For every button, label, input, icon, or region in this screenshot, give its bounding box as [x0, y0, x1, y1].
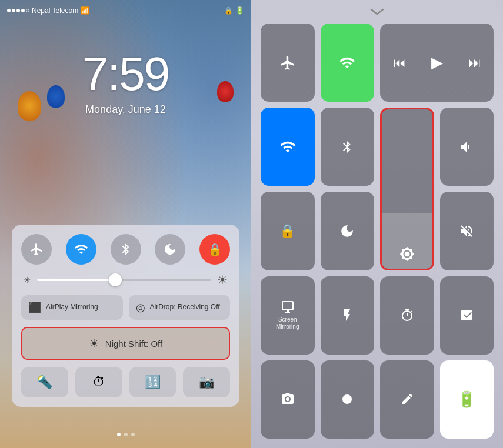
calculator-tile-icon: [459, 308, 474, 322]
carrier-label: Nepal Telecom: [32, 6, 78, 15]
airdrop-icon: ◎: [136, 301, 145, 314]
volume-icon: [459, 139, 474, 155]
calculator-icon: 🔢: [145, 375, 161, 390]
airplane-mode-tile[interactable]: [261, 24, 315, 102]
airplane-icon: [29, 242, 44, 256]
bluetooth-tile-icon: [340, 140, 354, 154]
volume-tile-2[interactable]: [440, 192, 494, 270]
brightness-tile[interactable]: [380, 108, 434, 270]
timer-tile[interactable]: [380, 276, 434, 355]
flashlight-button[interactable]: 🔦: [21, 367, 68, 397]
dot-5: [26, 9, 29, 12]
slider-thumb[interactable]: [109, 273, 122, 286]
do-not-disturb-tile[interactable]: [321, 192, 375, 270]
wifi-button[interactable]: [66, 234, 96, 265]
control-center-grid: ⏮ ▶ ⏭ 🔒: [261, 24, 494, 439]
calculator-tile[interactable]: [440, 276, 494, 355]
record-tile[interactable]: [321, 360, 375, 439]
screen-mirroring-icon: [281, 300, 295, 314]
bluetooth-button[interactable]: [111, 234, 141, 265]
camera-tile-icon: [281, 392, 295, 406]
wifi-tile-icon: [339, 55, 355, 71]
timer-tile-icon: [400, 308, 414, 322]
media-prev-icon[interactable]: ⏮: [393, 55, 406, 71]
battery-tile[interactable]: 🔋: [440, 360, 494, 439]
page-dot-1: [117, 433, 121, 436]
do-not-disturb-button[interactable]: [155, 234, 185, 265]
brightness-tile-icon: [399, 246, 415, 262]
airplane-mode-button[interactable]: [21, 234, 52, 265]
brightness-low-icon: ☀: [24, 275, 31, 285]
volume-mute-icon: [459, 223, 474, 239]
bottom-icons-row: 🔦 ⏱ 🔢 📷: [21, 367, 230, 397]
night-shift-icon: ☀: [89, 336, 99, 350]
rotation-lock-button[interactable]: 🔒: [199, 234, 230, 265]
status-bar: Nepal Telecom 📶 🔒 🔋: [0, 5, 251, 16]
media-play-icon[interactable]: ▶: [431, 54, 443, 72]
svg-point-0: [342, 394, 352, 404]
bluetooth-icon: [119, 243, 132, 256]
media-next-icon[interactable]: ⏭: [468, 55, 481, 71]
brightness-row: ☀ ☀: [21, 273, 230, 287]
volume-tile[interactable]: [440, 108, 494, 186]
calculator-button[interactable]: 🔢: [129, 367, 176, 397]
clock-time: 7:59: [0, 47, 251, 101]
action-row: ⬛ AirPlay Mirroring ◎ AirDrop: Receiving…: [21, 295, 230, 320]
status-right: 🔒 🔋: [224, 6, 244, 15]
night-shift-button[interactable]: ☀ Night Shift: Off: [21, 327, 230, 360]
battery-tile-icon: 🔋: [457, 390, 476, 409]
toggle-row: 🔒: [21, 234, 230, 265]
page-dot-3: [131, 433, 135, 436]
airplane-tile-icon: [279, 55, 296, 71]
flashlight-tile-icon: [340, 308, 354, 322]
clock-area: 7:59 Monday, June 12: [0, 47, 251, 116]
rotation-lock-tile-icon: 🔒: [279, 223, 295, 239]
airdrop-label: AirDrop: Receiving Off: [150, 303, 220, 312]
wifi-icon: [74, 242, 88, 256]
clock-date: Monday, June 12: [0, 103, 251, 116]
left-panel: Nepal Telecom 📶 🔒 🔋 7:59 Monday, June 12: [0, 0, 251, 448]
dot-1: [7, 9, 11, 12]
flashlight-tile[interactable]: [321, 276, 375, 355]
right-panel: ⏮ ▶ ⏭ 🔒: [251, 0, 503, 448]
camera-tile[interactable]: [261, 360, 315, 439]
slider-fill: [37, 279, 115, 281]
camera-button[interactable]: 📷: [183, 367, 230, 397]
timer-button[interactable]: ⏱: [75, 367, 122, 397]
flashlight-icon: 🔦: [36, 375, 52, 390]
status-left: Nepal Telecom 📶: [7, 6, 89, 15]
dot-3: [16, 9, 20, 12]
brightness-high-icon: ☀: [217, 273, 228, 287]
chevron-down-icon[interactable]: [369, 6, 385, 19]
moon-icon: [163, 242, 177, 256]
camera-icon: 📷: [199, 375, 215, 390]
record-tile-icon: [340, 392, 354, 406]
brightness-slider[interactable]: [37, 279, 211, 281]
wifi-tile-2-icon: [279, 139, 296, 155]
notes-tile[interactable]: [380, 360, 434, 439]
rotation-lock-tile[interactable]: 🔒: [261, 192, 315, 270]
signal-dots: [7, 9, 29, 12]
screen-mirroring-label: ScreenMirroring: [276, 316, 299, 330]
dot-4: [21, 9, 25, 12]
wifi-status-icon: 📶: [81, 6, 89, 15]
notes-tile-icon: [400, 392, 414, 406]
wifi-tile-2[interactable]: [261, 108, 315, 186]
moon-tile-icon: [339, 223, 355, 239]
page-dot-2: [124, 433, 128, 436]
lock-icon: 🔒: [224, 6, 233, 15]
bluetooth-tile[interactable]: [321, 108, 375, 186]
wifi-tile[interactable]: [321, 24, 375, 102]
night-shift-label: Night Shift: Off: [105, 339, 162, 349]
rotation-lock-icon: 🔒: [208, 242, 222, 256]
media-controls-tile[interactable]: ⏮ ▶ ⏭: [380, 24, 494, 102]
airplay-button[interactable]: ⬛ AirPlay Mirroring: [21, 295, 123, 320]
dot-2: [12, 9, 15, 12]
battery-status: 🔋: [235, 6, 244, 15]
airplay-label: AirPlay Mirroring: [46, 303, 98, 312]
control-center-card: 🔒 ☀ ☀ ⬛ AirPlay Mirroring ◎ AirDrop: Rec…: [12, 225, 239, 407]
timer-icon: ⏱: [92, 375, 105, 390]
airdrop-button[interactable]: ◎ AirDrop: Receiving Off: [129, 295, 231, 320]
screen-mirroring-tile[interactable]: ScreenMirroring: [261, 276, 315, 355]
airplay-icon: ⬛: [28, 301, 41, 314]
